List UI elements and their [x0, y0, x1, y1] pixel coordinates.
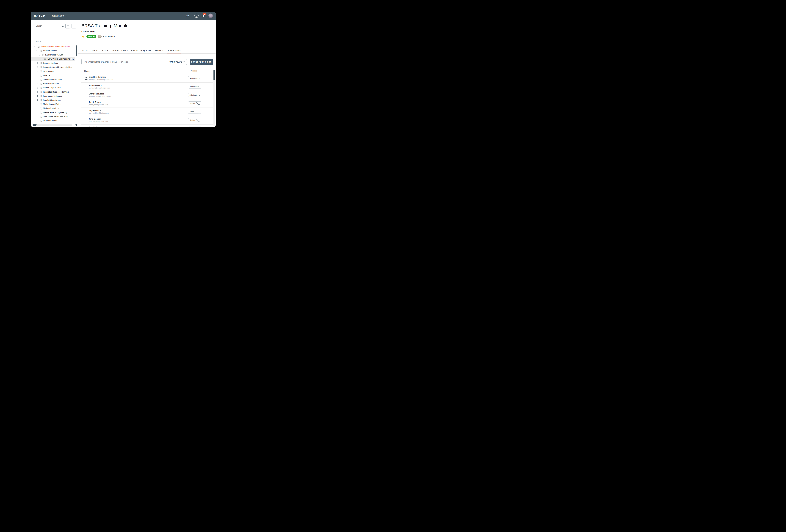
table-row: Jane Cooper jane.cooper@hatch.com Update — [82, 116, 213, 124]
tree-column-header: TITLE — [36, 41, 41, 43]
sidebar-item-health-and-safety[interactable]: Health and Safety — [31, 82, 75, 86]
sidebar-item-corporate-social-responsibilities[interactable]: Corporate Social Responsibilities... — [31, 65, 75, 69]
sidebar: TITLE Execution Operational Readiness Ad… — [31, 20, 78, 127]
sidebar-item-finance[interactable]: Finance — [31, 73, 75, 77]
language-selector[interactable]: EN — [186, 15, 191, 17]
screen: HATCH Project Name EN ? 1 — [0, 0, 247, 139]
sidebar-item-tracking-operations[interactable]: Tracking Operations — [31, 127, 75, 127]
table-row: Brandon Russel brandon.russel@hatch.com … — [82, 91, 213, 99]
role-select[interactable]: CAN UPDATE — [169, 61, 184, 63]
tab-permissions[interactable]: PERMISSIONS — [167, 50, 181, 53]
user-avatar[interactable] — [208, 14, 213, 18]
chevron-right-icon[interactable] — [37, 83, 38, 85]
search-box — [34, 24, 64, 28]
modules-icon — [40, 62, 42, 64]
tree-horizontal-scrollbar[interactable] — [32, 124, 72, 125]
owner-avatar[interactable] — [98, 35, 101, 38]
user-name: Jane Cooper — [89, 118, 101, 120]
sidebar-item-early-works-and-planning[interactable]: Early Works and Planning To... — [31, 57, 75, 61]
chevron-down-icon[interactable] — [34, 46, 36, 47]
sidebar-item-government-relations[interactable]: Government Relations — [31, 77, 75, 82]
sidebar-item-information-technology[interactable]: Information Technology — [31, 94, 75, 98]
chevron-right-icon[interactable] — [37, 75, 38, 76]
sidebar-item-operational-readiness-plan[interactable]: Operational Readiness Plan — [31, 114, 75, 118]
permissions-table-header: Name ↑ Access — [84, 70, 216, 73]
avatar — [84, 110, 88, 114]
sidebar-item-environment[interactable]: Environment — [31, 69, 75, 73]
top-bar-actions: EN ? 1 — [186, 11, 213, 20]
sidebar-item-human-capital-plan[interactable]: Human Capital Plan — [31, 86, 75, 90]
sidebar-item-admin-services[interactable]: Admin Services — [31, 49, 75, 53]
modules-icon — [40, 115, 42, 118]
sidebar-item-maintenance-engineering[interactable]: Maintenance & Engineering — [31, 110, 75, 114]
sidebar-item-mining-operations[interactable]: Mining Operations — [31, 106, 75, 110]
tree-scrollbar-thumb[interactable] — [76, 45, 77, 56]
access-dropdown[interactable]: Update — [188, 101, 201, 105]
search-input[interactable] — [36, 25, 62, 27]
table-row: Guy Hawkins guy.hawkins@hatch.com Read — [82, 108, 213, 116]
chevron-right-icon[interactable] — [37, 112, 38, 113]
chevron-right-icon[interactable] — [37, 120, 38, 121]
chevron-down-icon — [183, 61, 185, 62]
chevron-right-icon[interactable] — [37, 95, 38, 97]
sidebar-item-execution-operational-readiness[interactable]: Execution Operational Readiness — [31, 45, 75, 49]
more-options-button[interactable] — [71, 24, 76, 28]
tab-change-requests[interactable]: CHANGE REQUESTS — [131, 50, 152, 53]
avatar — [84, 126, 88, 127]
access-dropdown[interactable]: Administer — [188, 126, 201, 127]
access-dropdown[interactable]: Administer — [188, 85, 201, 89]
tab-scope[interactable]: SCOPE — [102, 50, 109, 53]
chevron-down-icon[interactable] — [39, 54, 40, 55]
user-name: Brandon Russel — [89, 93, 104, 95]
filter-button[interactable] — [65, 24, 70, 28]
chevron-right-icon[interactable] — [37, 67, 38, 68]
divider — [31, 122, 78, 122]
project-selector[interactable]: Project Name — [51, 15, 67, 17]
access-dropdown[interactable]: Administer — [188, 93, 201, 97]
project-tree: Execution Operational Readiness Admin Se… — [31, 45, 75, 127]
sidebar-item-early-phase-of-adm[interactable]: Early Phase of ADM — [31, 53, 75, 57]
chevron-right-icon[interactable] — [37, 63, 38, 64]
chevron-down-icon[interactable] — [41, 58, 43, 60]
chevron-right-icon[interactable] — [37, 99, 38, 101]
tab-deliverables[interactable]: DELIVERABLES — [113, 50, 128, 53]
chevron-right-icon[interactable] — [37, 91, 38, 93]
chevron-right-icon[interactable] — [37, 116, 38, 117]
sidebar-item-integrated-business-planning[interactable]: Integrated Business Planning — [31, 90, 75, 94]
chevron-right-icon[interactable] — [37, 79, 38, 80]
tree-item-label: Integrated Business Planning — [43, 91, 69, 93]
modules-icon — [40, 70, 42, 72]
user-email: jacob.jones@hatch.com — [89, 104, 108, 106]
chevron-right-icon[interactable] — [37, 103, 38, 105]
content-scrollbar-thumb[interactable] — [213, 69, 214, 80]
favorite-star-icon[interactable]: ★ — [82, 35, 85, 38]
collapse-sidebar-button[interactable] — [75, 124, 77, 126]
tab-detail[interactable]: DETAIL — [82, 50, 89, 53]
chevron-down-icon — [195, 109, 200, 114]
name-column-header[interactable]: Name ↑ — [84, 70, 92, 72]
tab-bar: DETAIL CURVE SCOPE DELIVERABLES CHANGE R… — [82, 50, 181, 53]
access-dropdown[interactable]: Read — [188, 110, 201, 114]
help-icon[interactable]: ? — [194, 14, 199, 18]
modules-icon — [40, 91, 42, 93]
chevron-right-icon[interactable] — [37, 71, 38, 72]
tree-horizontal-scrollbar-thumb[interactable] — [32, 124, 37, 125]
grant-permission-button[interactable]: GRANT PERMISSION — [190, 59, 213, 65]
modules-icon — [40, 87, 42, 89]
chevron-right-icon[interactable] — [37, 87, 38, 89]
grant-permission-input[interactable] — [84, 61, 168, 63]
access-dropdown[interactable]: Update — [188, 118, 201, 122]
chevron-right-icon[interactable] — [37, 108, 38, 109]
chevron-down-icon[interactable] — [37, 50, 38, 51]
tree-item-label: Operational Readiness Plan — [43, 115, 68, 118]
chevron-down-icon — [196, 101, 200, 105]
tab-curve[interactable]: CURVE — [92, 50, 99, 53]
sidebar-item-legal-compliance[interactable]: Legal & Compliance — [31, 98, 75, 102]
sidebar-item-communications[interactable]: Communications — [31, 61, 75, 65]
access-dropdown[interactable]: Administer — [188, 76, 201, 80]
notifications-button[interactable]: 1 — [202, 14, 205, 18]
tree-item-label: Corporate Social Responsibilities... — [43, 66, 74, 68]
tab-history[interactable]: HISTORY — [155, 50, 164, 53]
sidebar-item-marketing-and-sales[interactable]: Marketing and Sales — [31, 102, 75, 106]
tree-item-label: Environment — [43, 70, 54, 72]
